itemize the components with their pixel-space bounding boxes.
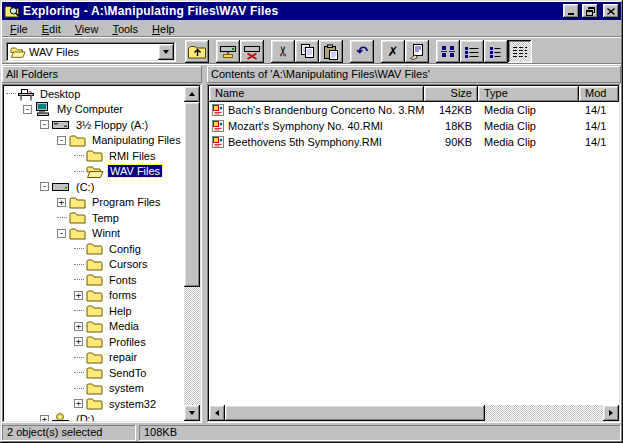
vertical-scrollbar-thumb[interactable] bbox=[184, 102, 200, 287]
details-button[interactable] bbox=[508, 40, 532, 63]
tree-item-rmi-files[interactable]: RMI Files bbox=[4, 148, 184, 164]
column-header-modified[interactable]: Mod bbox=[579, 86, 619, 102]
tree-item-system[interactable]: system bbox=[4, 381, 184, 397]
expand-icon[interactable]: + bbox=[74, 337, 83, 346]
collapse-icon[interactable]: - bbox=[57, 229, 66, 238]
tree-connector bbox=[6, 93, 16, 94]
list-button[interactable] bbox=[484, 40, 508, 63]
collapse-icon[interactable]: - bbox=[40, 120, 49, 129]
minimize-button[interactable] bbox=[563, 4, 579, 18]
tree-item-profiles[interactable]: +Profiles bbox=[4, 334, 184, 350]
scroll-left-button[interactable] bbox=[209, 405, 225, 421]
tree-item-media[interactable]: +Media bbox=[4, 319, 184, 335]
scroll-up-button[interactable] bbox=[184, 86, 200, 102]
large-icons-button[interactable] bbox=[436, 40, 460, 63]
copy-button[interactable] bbox=[295, 40, 319, 63]
folder-icon bbox=[69, 211, 86, 224]
map-network-drive-button[interactable] bbox=[216, 40, 240, 63]
tree-item-repair[interactable]: repair bbox=[4, 350, 184, 366]
scroll-down-button[interactable] bbox=[184, 405, 200, 421]
menu-bar: FileEditViewToolsHelp bbox=[2, 20, 621, 38]
folder-icon bbox=[86, 273, 103, 286]
tree-item-desktop[interactable]: Desktop bbox=[4, 86, 184, 102]
undo-button[interactable]: ↶ bbox=[350, 40, 374, 63]
file-type: Media Clip bbox=[478, 136, 579, 148]
folder-icon bbox=[86, 258, 103, 271]
menu-item-edit[interactable]: Edit bbox=[35, 21, 68, 38]
tree-item-forms[interactable]: +forms bbox=[4, 288, 184, 304]
disconnect-network-drive-button[interactable] bbox=[240, 40, 264, 63]
tree-item-temp[interactable]: Temp bbox=[4, 210, 184, 226]
column-header-size[interactable]: Size bbox=[424, 86, 478, 102]
folder-icon bbox=[86, 382, 103, 395]
tree-item-manipulating-files[interactable]: -Manipulating Files bbox=[4, 133, 184, 149]
tree-vertical-scrollbar[interactable] bbox=[184, 86, 200, 421]
tree-item-cursors[interactable]: Cursors bbox=[4, 257, 184, 273]
folder-icon bbox=[86, 149, 103, 162]
tree-item-label: Desktop bbox=[38, 88, 82, 100]
tree-item-label: forms bbox=[107, 289, 139, 301]
horizontal-scrollbar-thumb[interactable] bbox=[225, 405, 485, 421]
expand-icon[interactable]: + bbox=[74, 399, 83, 408]
small-icons-icon bbox=[464, 45, 480, 59]
collapse-icon[interactable]: - bbox=[57, 136, 66, 145]
tree-item-d[interactable]: +(D:) bbox=[4, 412, 184, 422]
tree-item-winnt[interactable]: -Winnt bbox=[4, 226, 184, 242]
restore-button[interactable] bbox=[582, 4, 598, 18]
small-icons-button[interactable] bbox=[460, 40, 484, 63]
tree-item-label: WAV Files bbox=[108, 165, 162, 177]
up-one-level-button[interactable] bbox=[185, 40, 209, 63]
scroll-right-button[interactable] bbox=[603, 405, 619, 421]
address-combobox[interactable]: WAV Files bbox=[6, 42, 176, 62]
tree-item-fonts[interactable]: Fonts bbox=[4, 272, 184, 288]
tree-connector bbox=[74, 279, 84, 280]
arrow-down-icon bbox=[189, 411, 195, 415]
menu-item-tools[interactable]: Tools bbox=[105, 21, 145, 38]
toolbar: WAV Files ✂↶✗ bbox=[2, 38, 621, 65]
tree-connector bbox=[74, 388, 84, 389]
paste-button[interactable] bbox=[319, 40, 343, 63]
tree-item-system32[interactable]: +system32 bbox=[4, 396, 184, 412]
menu-item-help[interactable]: Help bbox=[145, 21, 182, 38]
menu-item-file[interactable]: File bbox=[3, 21, 35, 38]
cut-button[interactable]: ✂ bbox=[271, 40, 295, 63]
properties-button[interactable] bbox=[405, 40, 429, 63]
tree-item-config[interactable]: Config bbox=[4, 241, 184, 257]
file-row-beethovens-5th-symphony-rmi[interactable]: Beethovens 5th Symphony.RMI90KBMedia Cli… bbox=[209, 134, 619, 150]
file-list-body: Bach's Brandenburg Concerto No. 3.RMI142… bbox=[209, 102, 619, 405]
restore-icon bbox=[586, 7, 595, 16]
tree-item-my-computer[interactable]: -My Computer bbox=[4, 102, 184, 118]
tree-item-c[interactable]: -(C:) bbox=[4, 179, 184, 195]
file-row-mozart-s-symphony-no-40-rmi[interactable]: Mozart's Symphony No. 40.RMI18KBMedia Cl… bbox=[209, 118, 619, 134]
collapse-icon[interactable]: - bbox=[23, 105, 32, 114]
menu-item-view[interactable]: View bbox=[68, 21, 106, 38]
media-clip-icon bbox=[211, 119, 225, 133]
all-folders-header: All Folders bbox=[2, 66, 202, 83]
tree-item-help[interactable]: Help bbox=[4, 303, 184, 319]
undo-icon: ↶ bbox=[356, 44, 368, 59]
tree-item-program-files[interactable]: +Program Files bbox=[4, 195, 184, 211]
tree-item-3-floppy-a[interactable]: -3½ Floppy (A:) bbox=[4, 117, 184, 133]
title-bar[interactable]: Exploring - A:\Manipulating Files\WAV Fi… bbox=[2, 2, 621, 20]
expand-icon[interactable]: + bbox=[74, 291, 83, 300]
tree-connector bbox=[74, 310, 84, 311]
status-bar: 2 object(s) selected 108KB bbox=[2, 423, 621, 441]
file-row-bach-s-brandenburg-concerto-no-3-rmi[interactable]: Bach's Brandenburg Concerto No. 3.RMI142… bbox=[209, 102, 619, 118]
tree-item-wav-files[interactable]: WAV Files bbox=[4, 164, 184, 180]
expand-icon[interactable]: + bbox=[40, 415, 49, 421]
tree-connector bbox=[74, 372, 84, 373]
tree-item-label: Profiles bbox=[107, 336, 148, 348]
files-horizontal-scrollbar[interactable] bbox=[209, 405, 619, 421]
paste-icon bbox=[323, 44, 339, 60]
combobox-dropdown-button[interactable] bbox=[158, 44, 174, 60]
media-clip-icon bbox=[211, 135, 225, 149]
tree-item-sendto[interactable]: SendTo bbox=[4, 365, 184, 381]
column-header-type[interactable]: Type bbox=[478, 86, 579, 102]
collapse-icon[interactable]: - bbox=[40, 182, 49, 191]
column-header-name[interactable]: Name bbox=[209, 86, 424, 102]
file-list-pane: Name Size Type Mod Bach's Brandenburg Co… bbox=[207, 84, 621, 423]
expand-icon[interactable]: + bbox=[74, 322, 83, 331]
expand-icon[interactable]: + bbox=[57, 198, 66, 207]
delete-button[interactable]: ✗ bbox=[381, 40, 405, 63]
close-button[interactable] bbox=[603, 4, 619, 18]
